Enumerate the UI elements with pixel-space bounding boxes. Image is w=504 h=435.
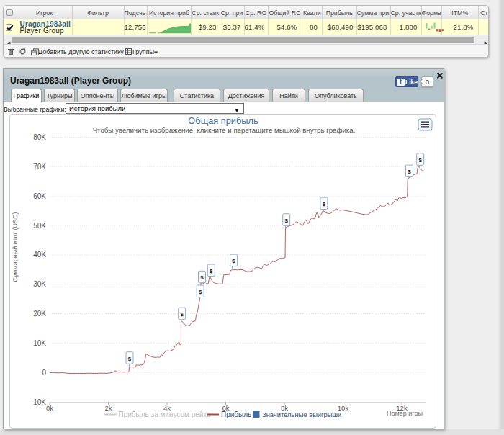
svg-text:70K: 70K [33, 163, 46, 171]
svg-text:$: $ [210, 268, 213, 274]
svg-text:2k: 2k [104, 404, 112, 412]
svg-text:60K: 60K [33, 192, 46, 200]
svg-text:Чтобы увеличить изображение, к: Чтобы увеличить изображение, кликните и … [93, 126, 356, 134]
svg-text:$: $ [418, 157, 422, 163]
svg-text:50K: 50K [33, 222, 46, 230]
svg-text:Значительные выигрыши: Значительные выигрыши [262, 411, 341, 418]
svg-text:10K: 10K [33, 339, 46, 347]
svg-text:-10K: -10K [31, 398, 46, 406]
svg-text:Суммарный итог (USD): Суммарный итог (USD) [12, 212, 19, 282]
svg-text:Номер игры: Номер игры [387, 410, 423, 417]
svg-text:$: $ [128, 356, 132, 362]
svg-text:Прибыль за минусом рейка: Прибыль за минусом рейка [119, 411, 212, 418]
svg-text:Прибыль: Прибыль [221, 411, 251, 418]
svg-text:30K: 30K [33, 280, 46, 288]
svg-text:$: $ [180, 311, 184, 318]
svg-text:0: 0 [42, 369, 46, 377]
svg-text:$: $ [284, 218, 288, 224]
svg-text:$: $ [408, 169, 411, 175]
svg-text:$: $ [200, 274, 204, 281]
svg-text:$: $ [323, 201, 326, 207]
svg-text:80K: 80K [33, 133, 46, 141]
svg-text:Общая прибыль: Общая прибыль [188, 115, 258, 126]
svg-text:40K: 40K [33, 251, 46, 259]
svg-text:20K: 20K [33, 310, 46, 318]
svg-text:$: $ [232, 258, 235, 264]
svg-text:$: $ [199, 289, 202, 295]
svg-text:0k: 0k [46, 404, 53, 412]
